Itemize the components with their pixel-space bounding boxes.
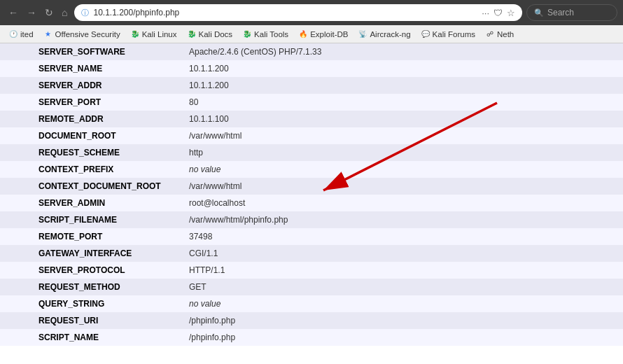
address-bar[interactable]: ⓘ 10.1.1.200/phpinfo.php ··· 🛡 ☆	[74, 4, 522, 21]
table-row: CONTEXT_PREFIXno value	[0, 161, 623, 178]
table-value: no value	[182, 161, 623, 178]
table-value: /var/www/html/phpinfo.php	[182, 211, 623, 228]
recently-visited-icon: 🕐	[8, 29, 18, 39]
table-row: REMOTE_ADDR10.1.1.100	[0, 111, 623, 127]
security-icon: ⓘ	[81, 8, 89, 18]
reload-button[interactable]: ↻	[42, 6, 56, 20]
table-value: 80	[182, 94, 623, 111]
table-key: CONTEXT_PREFIX	[0, 161, 182, 178]
table-key: REMOTE_ADDR	[0, 111, 182, 127]
bookmark-kali-linux[interactable]: 🐉 Kali Linux	[126, 28, 181, 41]
table-key: REQUEST_METHOD	[0, 279, 182, 295]
table-key: SERVER_SOFTWARE	[0, 43, 182, 60]
table-key: SERVER_ADDR	[0, 77, 182, 94]
browser-chrome: ← → ↻ ⌂ ⓘ 10.1.1.200/phpinfo.php ··· 🛡 ☆…	[0, 0, 623, 25]
table-row: REQUEST_URI/phpinfo.php	[0, 312, 623, 329]
search-bar[interactable]: 🔍 Search	[526, 4, 617, 21]
home-button[interactable]: ⌂	[59, 6, 70, 20]
table-value: Apache/2.4.6 (CentOS) PHP/7.1.33	[182, 43, 623, 60]
table-row: SERVER_ADDR10.1.1.200	[0, 77, 623, 94]
table-row: REQUEST_METHODGET	[0, 279, 623, 295]
table-row: SCRIPT_FILENAME/var/www/html/phpinfo.php	[0, 211, 623, 228]
table-value: /phpinfo.php	[182, 312, 623, 329]
address-bar-icons: ··· 🛡 ☆	[482, 8, 515, 18]
back-button[interactable]: ←	[6, 6, 21, 20]
table-value: root@localhost	[182, 195, 623, 211]
table-value: /var/www/html	[182, 127, 623, 144]
table-key: CONTEXT_DOCUMENT_ROOT	[0, 178, 182, 195]
bookmark-recently-visited[interactable]: 🕐 ited	[4, 28, 38, 41]
table-row: SERVER_PORT80	[0, 94, 623, 111]
exploit-db-label: Exploit-DB	[310, 30, 348, 38]
table-value: CGI/1.1	[182, 245, 623, 262]
url-display: 10.1.1.200/phpinfo.php	[93, 8, 477, 18]
table-key: SERVER_NAME	[0, 60, 182, 77]
kali-docs-icon: 🐉	[187, 29, 197, 39]
table-key: REMOTE_PORT	[0, 228, 182, 245]
kali-docs-label: Kali Docs	[199, 30, 233, 38]
table-row: REMOTE_PORT37498	[0, 228, 623, 245]
table-key: SCRIPT_NAME	[0, 329, 182, 346]
neth-label: Neth	[497, 30, 514, 38]
kali-forums-icon: 💬	[421, 29, 430, 39]
table-key: SERVER_PORT	[0, 94, 182, 111]
offensive-security-icon: ★	[43, 29, 53, 39]
table-row: CONTEXT_DOCUMENT_ROOT/var/www/html	[0, 178, 623, 195]
nav-controls: ← → ↻ ⌂	[6, 6, 70, 20]
table-key: DOCUMENT_ROOT	[0, 127, 182, 144]
table-row: SERVER_PROTOCOLHTTP/1.1	[0, 262, 623, 279]
table-key: SERVER_PROTOCOL	[0, 262, 182, 279]
table-row: GATEWAY_INTERFACECGI/1.1	[0, 245, 623, 262]
bookmark-offensive-security[interactable]: ★ Offensive Security	[39, 28, 125, 41]
bookmark-exploit-db[interactable]: 🔥 Exploit-DB	[294, 28, 352, 41]
table-key: SERVER_ADMIN	[0, 195, 182, 211]
table-row: SERVER_SOFTWAREApache/2.4.6 (CentOS) PHP…	[0, 43, 623, 60]
table-row: SERVER_ADMINroot@localhost	[0, 195, 623, 211]
bookmark-aircrack-ng[interactable]: 📡 Aircrack-ng	[354, 28, 414, 41]
table-value: no value	[182, 295, 623, 312]
table-key: QUERY_STRING	[0, 295, 182, 312]
search-icon: 🔍	[534, 8, 544, 18]
bookmark-kali-forums[interactable]: 💬 Kali Forums	[416, 28, 479, 41]
bookmark-neth[interactable]: ☍ Neth	[481, 28, 518, 41]
aircrack-icon: 📡	[358, 29, 368, 39]
table-row: SCRIPT_NAME/phpinfo.php	[0, 329, 623, 346]
kali-linux-icon: 🐉	[130, 29, 140, 39]
kali-tools-icon: 🐉	[242, 29, 252, 39]
table-row: QUERY_STRINGno value	[0, 295, 623, 312]
aircrack-ng-label: Aircrack-ng	[370, 30, 410, 38]
table-value: 10.1.1.100	[182, 111, 623, 127]
dots-menu-icon[interactable]: ···	[482, 8, 489, 18]
bookmark-kali-docs[interactable]: 🐉 Kali Docs	[183, 28, 237, 41]
table-key: GATEWAY_INTERFACE	[0, 245, 182, 262]
table-value: 37498	[182, 228, 623, 245]
neth-icon: ☍	[485, 29, 495, 39]
table-value: /phpinfo.php	[182, 329, 623, 346]
recently-visited-label: ited	[20, 30, 34, 38]
forward-button[interactable]: →	[24, 6, 39, 20]
table-value: GET	[182, 279, 623, 295]
table-value: 10.1.1.200	[182, 60, 623, 77]
table-row: SERVER_NAME10.1.1.200	[0, 60, 623, 77]
table-key: REQUEST_URI	[0, 312, 182, 329]
table-key: SCRIPT_FILENAME	[0, 211, 182, 228]
exploit-db-icon: 🔥	[298, 29, 308, 39]
table-value: /var/www/html	[182, 178, 623, 195]
search-placeholder-text: Search	[547, 8, 574, 18]
kali-tools-label: Kali Tools	[254, 30, 288, 38]
phpinfo-table-container: SERVER_SOFTWAREApache/2.4.6 (CentOS) PHP…	[0, 43, 623, 364]
phpinfo-table: SERVER_SOFTWAREApache/2.4.6 (CentOS) PHP…	[0, 43, 623, 346]
table-value: HTTP/1.1	[182, 262, 623, 279]
bookmarks-bar: 🕐 ited ★ Offensive Security 🐉 Kali Linux…	[0, 25, 623, 43]
bookmark-kali-tools[interactable]: 🐉 Kali Tools	[238, 28, 293, 41]
table-row: REQUEST_SCHEMEhttp	[0, 144, 623, 161]
kali-forums-label: Kali Forums	[433, 30, 475, 38]
table-value: http	[182, 144, 623, 161]
offensive-security-label: Offensive Security	[55, 30, 120, 38]
table-row: DOCUMENT_ROOT/var/www/html	[0, 127, 623, 144]
kali-linux-label: Kali Linux	[142, 30, 177, 38]
table-value: 10.1.1.200	[182, 77, 623, 94]
shield-icon: 🛡	[493, 8, 503, 18]
bookmark-star-icon[interactable]: ☆	[507, 8, 515, 18]
table-key: REQUEST_SCHEME	[0, 144, 182, 161]
